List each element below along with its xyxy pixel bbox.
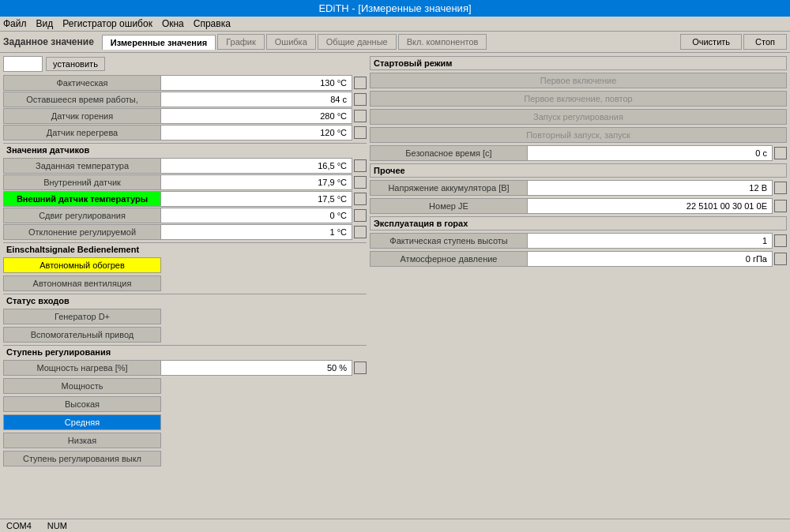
- menubar-item-0[interactable]: Файл: [3, 18, 27, 29]
- tab-graph[interactable]: График: [217, 34, 265, 50]
- zadat-button[interactable]: установить: [46, 57, 105, 71]
- btn-generator: Генератор D+: [3, 309, 161, 324]
- bezopas-check[interactable]: [774, 147, 787, 159]
- tab-error[interactable]: Ошибка: [266, 34, 316, 50]
- sensor-value-sdvig: 0 °C: [161, 208, 352, 223]
- sensor-value-peregreva: 120 °C: [161, 125, 352, 140]
- naprya-value: 12 В: [528, 180, 773, 196]
- sensor-value-zadtemp: 16,5 °C: [161, 158, 352, 174]
- menubar-item-2[interactable]: Регистратор ошибок: [62, 18, 152, 29]
- atmos-label: Атмосферное давление: [370, 251, 528, 267]
- znach-section-header: Значения датчиков: [3, 143, 367, 156]
- nomer-je-value: 22 5101 00 30 01 0E: [528, 198, 773, 214]
- titlebar: EDiTH - [Измеренные значения]: [0, 0, 790, 17]
- znach-sensors: Заданная температура 16,5 °C Внутренний …: [3, 158, 367, 241]
- mode-srednyaya: Средняя: [3, 414, 161, 430]
- sensor-row-gorenia: Датчик горения 280 °C: [3, 108, 367, 124]
- btn-avtonomny-obogrev: Автономный обогрев: [3, 257, 161, 273]
- bezopas-value: 0 с: [528, 145, 773, 161]
- sensor-value-gorenia: 280 °C: [161, 108, 352, 124]
- zadat-input[interactable]: 16,5: [3, 56, 43, 72]
- sensor-check-vnutr[interactable]: [354, 176, 367, 189]
- statusbar-com: COM4: [6, 521, 32, 530]
- sensor-check-peregreva[interactable]: [354, 126, 367, 139]
- main-sensors: Фактическая 130 °C Оставшееся время рабо…: [3, 75, 367, 141]
- btn-vspomog: Вспомогательный привод: [3, 327, 161, 343]
- naprya-check[interactable]: [774, 182, 787, 194]
- sensor-label-fakticheskaya: Фактическая: [3, 75, 161, 91]
- stupen-power-label: Мощность нагрева [%]: [3, 360, 161, 376]
- sensor-row-zadtemp: Заданная температура 16,5 °C: [3, 158, 367, 174]
- startup-btn-pervoe: Первое включение: [370, 73, 787, 88]
- atmos-row: Атмосферное давление 0 гПа: [370, 251, 787, 267]
- statusbar-num: NUM: [47, 521, 67, 530]
- btn-avtonomnaya-ventilyatsiya: Автономная вентиляция: [3, 275, 161, 291]
- menubar-item-4[interactable]: Справка: [194, 18, 231, 29]
- menubar-item-1[interactable]: Вид: [36, 18, 54, 29]
- stupen-power-row: Мощность нагрева [%] 50 %: [3, 360, 367, 376]
- stop-button[interactable]: Стоп: [743, 34, 787, 50]
- sensor-check-gorenia[interactable]: [354, 110, 367, 122]
- mode-moshchnost: Мощность: [3, 378, 161, 394]
- tab-components[interactable]: Вкл. компонентов: [398, 34, 487, 50]
- toolbar: Заданное значение Измеренные значения Гр…: [0, 32, 790, 53]
- faktich-stupen-row: Фактическая ступень высоты 1: [370, 233, 787, 249]
- sensor-label-peregreva: Датчик перегрева: [3, 125, 161, 140]
- menubar: ФайлВидРегистратор ошибокОкнаСправка: [0, 17, 790, 32]
- naprya-row: Напряжение аккумулятора [В] 12 В: [370, 180, 787, 196]
- sensor-row-vnutr: Внутренний датчик 17,9 °C: [3, 174, 367, 190]
- sensor-label-zadtemp: Заданная температура: [3, 158, 161, 174]
- atmos-value: 0 гПа: [528, 251, 773, 267]
- nomer-je-label: Номер JE: [370, 198, 528, 214]
- tab-measured-values[interactable]: Измеренные значения: [102, 35, 216, 50]
- ekspluatatsiya-section-header: Эксплуатация в горах: [370, 216, 787, 230]
- einschaltsignale-header: Einschaltsignale Bedienelement: [3, 242, 367, 256]
- naprya-label: Напряжение аккумулятора [В]: [370, 180, 528, 196]
- startup-btn-povtorny: Повторный запуск, запуск: [370, 127, 787, 143]
- startup-section-header: Стартовый режим: [370, 56, 787, 70]
- sensor-row-peregreva: Датчик перегрева 120 °C: [3, 125, 367, 140]
- sensor-row-sdvig: Сдвиг регулирования 0 °C: [3, 208, 367, 223]
- top-row: 16,5 установить: [3, 56, 367, 72]
- mode-nizkaya: Низкая: [3, 433, 161, 448]
- sensor-row-otklon: Отклонение регулируемой 1 °C: [3, 224, 367, 240]
- mode-vysokaya: Высокая: [3, 396, 161, 412]
- sensor-check-sdvig[interactable]: [354, 209, 367, 222]
- atmos-check[interactable]: [774, 253, 787, 265]
- tab-general-data[interactable]: Общие данные: [318, 34, 397, 50]
- sensor-label-ostav: Оставшееся время работы,: [3, 92, 161, 107]
- prochee-section-header: Прочее: [370, 163, 787, 178]
- sensor-value-otklon: 1 °C: [161, 224, 352, 240]
- faktich-stupen-check[interactable]: [774, 234, 787, 247]
- clear-button[interactable]: Очистить: [680, 34, 742, 50]
- faktich-stupen-value: 1: [528, 233, 773, 249]
- sensor-check-ostav[interactable]: [354, 93, 367, 106]
- nomer-je-check[interactable]: [774, 200, 787, 212]
- sensor-check-zadtemp[interactable]: [354, 159, 367, 172]
- sensor-label-sdvig: Сдвиг регулирования: [3, 208, 161, 223]
- mode-vykl: Ступень регулирования выкл: [3, 451, 161, 466]
- sensor-check-otklon[interactable]: [354, 226, 367, 238]
- stupen-power-value: 50 %: [161, 360, 352, 376]
- sensor-label-gorenia: Датчик горения: [3, 108, 161, 124]
- right-panel: Стартовый режим Первое включение Первое …: [370, 56, 787, 519]
- stupen-section-header: Ступень регулирования: [3, 345, 367, 358]
- sensor-row-ostav: Оставшееся время работы, 84 с: [3, 92, 367, 107]
- sensor-check-vnesh[interactable]: [354, 193, 367, 205]
- startup-btn-zapusk: Запуск регулирования: [370, 109, 787, 125]
- left-panel: 16,5 установить Фактическая 130 °C Остав…: [3, 56, 367, 519]
- nomer-je-row: Номер JE 22 5101 00 30 01 0E: [370, 198, 787, 214]
- bezopas-label: Безопасное время [с]: [370, 145, 528, 161]
- sensor-value-vnesh: 17,5 °C: [161, 191, 352, 207]
- stupen-power-check[interactable]: [354, 362, 367, 374]
- toolbar-label: Заданное значение: [3, 36, 94, 47]
- sensor-label-vnutr: Внутренний датчик: [3, 174, 161, 190]
- sensor-value-fakticheskaya: 130 °C: [161, 75, 352, 91]
- statusbar: COM4 NUM: [0, 519, 790, 532]
- sensor-check-fakticheskaya[interactable]: [354, 77, 367, 89]
- sensor-row-fakticheskaya: Фактическая 130 °C: [3, 75, 367, 91]
- faktich-stupen-label: Фактическая ступень высоты: [370, 233, 528, 249]
- menubar-item-3[interactable]: Окна: [162, 18, 184, 29]
- startup-btn-pervoe-povtor: Первое включение, повтор: [370, 91, 787, 107]
- sensor-row-vnesh: Внешний датчик температуры 17,5 °C: [3, 191, 367, 207]
